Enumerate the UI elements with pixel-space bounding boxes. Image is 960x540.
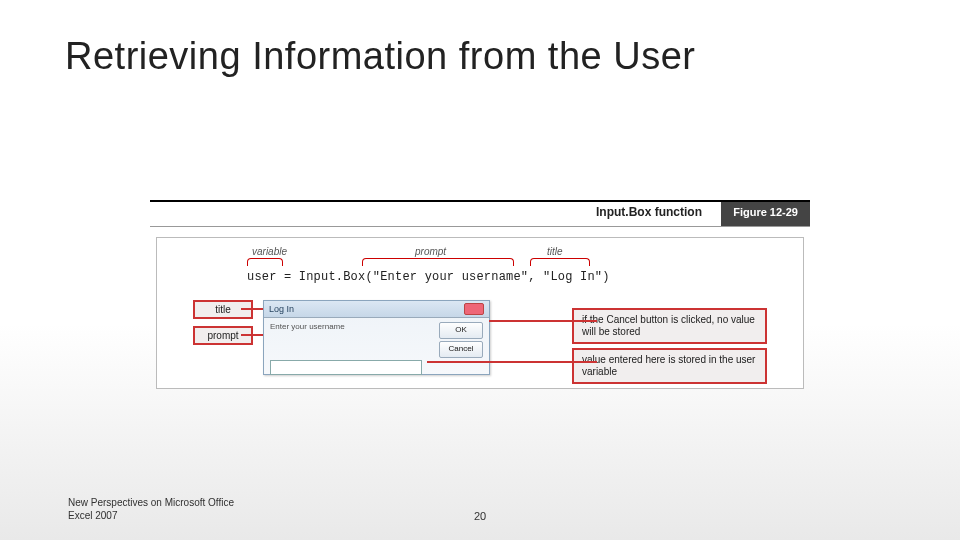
callout-value-note: value entered here is stored in the user… [572,348,767,384]
callout-tag-prompt: prompt [193,326,253,345]
inputbox-dialog: Log In Enter your username OK Cancel [263,300,490,375]
leader-line [489,320,597,322]
leader-line [241,334,263,336]
figure-number: Figure 12-29 [721,202,810,226]
callout-tag-title: title [193,300,253,319]
page-number: 20 [474,510,486,522]
dialog-body: Enter your username OK Cancel [264,318,489,381]
username-input[interactable] [270,360,422,375]
dialog-titlebar: Log In [264,301,489,318]
segment-label-title: title [547,246,563,257]
slide-title: Retrieving Information from the User [65,35,695,78]
footer-line1: New Perspectives on Microsoft Office [68,497,234,508]
footer-line2: Excel 2007 [68,510,117,521]
footer-left: New Perspectives on Microsoft Office Exc… [68,497,234,522]
brace-icon [530,258,590,266]
leader-line [241,308,263,310]
figure-panel: variable prompt title user = Input.Box("… [156,237,804,389]
segment-label-variable: variable [252,246,287,257]
segment-label-prompt: prompt [415,246,446,257]
callout-cancel-note: if the Cancel button is clicked, no valu… [572,308,767,344]
brace-icon [247,258,283,266]
ok-button[interactable]: OK [439,322,483,339]
dialog-title-text: Log In [269,304,294,314]
figure-caption: Input.Box function [596,205,702,219]
close-icon[interactable] [464,303,484,315]
brace-icon [362,258,514,266]
leader-line [427,361,597,363]
figure: Input.Box function Figure 12-29 variable… [150,200,810,389]
code-line: user = Input.Box("Enter your username", … [247,270,610,284]
figure-header: Input.Box function Figure 12-29 [150,200,810,227]
cancel-button[interactable]: Cancel [439,341,483,358]
